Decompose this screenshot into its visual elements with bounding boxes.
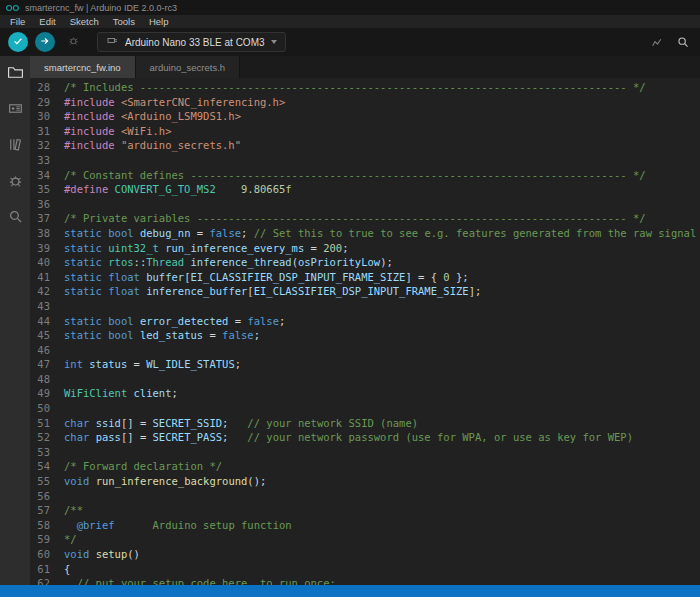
line-number: 51 — [34, 416, 50, 431]
code-text: /** — [64, 503, 83, 518]
menu-help[interactable]: Help — [142, 16, 176, 27]
code-line[interactable]: 53 — [34, 445, 700, 460]
code-text: /* Forward declaration */ — [64, 459, 222, 474]
tab-arduino-secrets-h[interactable]: arduino_secrets.h — [136, 56, 241, 78]
line-number: 61 — [34, 562, 50, 577]
sidebar-item-boards-manager[interactable] — [6, 101, 24, 119]
line-number: 43 — [34, 299, 50, 314]
code-line[interactable]: 38static bool debug_nn = false; // Set t… — [34, 226, 700, 241]
line-number: 49 — [34, 386, 50, 401]
tab-smartercnc-fw-ino[interactable]: smartercnc_fw.ino — [30, 56, 136, 78]
line-number: 58 — [34, 518, 50, 533]
code-line[interactable]: 37/* Private variables -----------------… — [34, 211, 700, 226]
code-text: static bool led_status = false; — [64, 328, 260, 343]
code-line[interactable]: 42static float inference_buffer[EI_CLASS… — [34, 284, 700, 299]
sidebar-item-library-manager[interactable] — [6, 137, 24, 155]
code-line[interactable]: 36 — [34, 197, 700, 212]
code-line[interactable]: 56 — [34, 489, 700, 504]
serial-plotter-icon[interactable] — [651, 36, 664, 49]
code-text: static rtos::Thread inference_thread(osP… — [64, 255, 393, 270]
code-text: WiFiClient client; — [64, 386, 178, 401]
code-text: static float buffer[EI_CLASSIFIER_DSP_IN… — [64, 270, 469, 285]
line-number: 47 — [34, 357, 50, 372]
code-text: #include <SmarterCNC_inferencing.h> — [64, 95, 285, 110]
line-number: 40 — [34, 255, 50, 270]
code-line[interactable]: 31#include <WiFi.h> — [34, 124, 700, 139]
code-line[interactable]: 45static bool led_status = false; — [34, 328, 700, 343]
menu-bar: FileEditSketchToolsHelp — [0, 15, 700, 28]
code-line[interactable]: 60void setup() — [34, 547, 700, 562]
code-line[interactable]: 39static uint32_t run_inference_every_ms… — [34, 241, 700, 256]
board-selector[interactable]: Arduino Nano 33 BLE at COM3 — [97, 32, 286, 52]
code-line[interactable]: 44static bool error_detected = false; — [34, 314, 700, 329]
code-line[interactable]: 30#include <Arduino_LSM9DS1.h> — [34, 109, 700, 124]
code-text: #include "arduino_secrets.h" — [64, 138, 241, 153]
code-line[interactable]: 59*/ — [34, 532, 700, 547]
code-line[interactable]: 49WiFiClient client; — [34, 386, 700, 401]
sidebar-item-search[interactable] — [6, 209, 24, 227]
code-text: static bool error_detected = false; — [64, 314, 285, 329]
code-text: static bool debug_nn = false; // Set thi… — [64, 226, 696, 241]
code-line[interactable]: 58 @brief Arduino setup function — [34, 518, 700, 533]
debug-button[interactable] — [64, 33, 82, 51]
line-number: 30 — [34, 109, 50, 124]
books-icon — [7, 136, 24, 157]
line-number: 44 — [34, 314, 50, 329]
code-line[interactable]: 50 — [34, 401, 700, 416]
verify-button[interactable] — [8, 32, 28, 52]
code-line[interactable]: 33 — [34, 153, 700, 168]
code-line[interactable]: 34/* Constant defines ------------------… — [34, 168, 700, 183]
code-text: static uint32_t run_inference_every_ms =… — [64, 241, 349, 256]
code-line[interactable]: 62 // put your setup code here, to run o… — [34, 576, 700, 585]
code-line[interactable]: 40static rtos::Thread inference_thread(o… — [34, 255, 700, 270]
editor-area: smartercnc_fw.ino arduino_secrets.h 28/*… — [30, 56, 700, 585]
code-line[interactable]: 46 — [34, 343, 700, 358]
code-text: int status = WL_IDLE_STATUS; — [64, 357, 241, 372]
menu-tools[interactable]: Tools — [106, 16, 142, 27]
code-line[interactable]: 55void run_inference_background(); — [34, 474, 700, 489]
line-number: 39 — [34, 241, 50, 256]
code-line[interactable]: 29#include <SmarterCNC_inferencing.h> — [34, 95, 700, 110]
menu-file[interactable]: File — [3, 16, 32, 27]
sidebar-item-sketchbook[interactable] — [6, 65, 24, 83]
right-arrow-icon — [39, 35, 51, 50]
code-line[interactable]: 52char pass[] = SECRET_PASS; // your net… — [34, 430, 700, 445]
menu-sketch[interactable]: Sketch — [63, 16, 106, 27]
tab-label: arduino_secrets.h — [150, 62, 226, 73]
code-line[interactable]: 35#define CONVERT_G_TO_MS2 9.80665f — [34, 182, 700, 197]
code-line[interactable]: 43 — [34, 299, 700, 314]
code-editor[interactable]: 28/* Includes --------------------------… — [30, 78, 700, 585]
menu-edit[interactable]: Edit — [32, 16, 62, 27]
line-number: 52 — [34, 430, 50, 445]
tab-bar: smartercnc_fw.ino arduino_secrets.h — [30, 56, 700, 78]
code-line[interactable]: 28/* Includes --------------------------… — [34, 80, 700, 95]
code-text: */ — [64, 532, 77, 547]
line-number: 45 — [34, 328, 50, 343]
code-text: { — [64, 562, 70, 577]
line-number: 29 — [34, 95, 50, 110]
serial-monitor-icon[interactable] — [676, 35, 690, 49]
upload-button[interactable] — [35, 32, 55, 52]
code-line[interactable]: 48 — [34, 372, 700, 387]
code-line[interactable]: 32#include "arduino_secrets.h" — [34, 138, 700, 153]
code-line[interactable]: 51char ssid[] = SECRET_SSID; // your net… — [34, 416, 700, 431]
code-line[interactable]: 47int status = WL_IDLE_STATUS; — [34, 357, 700, 372]
line-number: 53 — [34, 445, 50, 460]
toolbar: Arduino Nano 33 BLE at COM3 — [0, 28, 700, 56]
checkmark-icon — [12, 35, 24, 50]
magnifier-icon — [7, 208, 24, 229]
code-text: void setup() — [64, 547, 140, 562]
line-number: 54 — [34, 459, 50, 474]
arduino-logo-icon — [5, 4, 20, 12]
toolbar-right-group — [651, 35, 692, 49]
line-number: 57 — [34, 503, 50, 518]
code-line[interactable]: 41static float buffer[EI_CLASSIFIER_DSP_… — [34, 270, 700, 285]
code-text: char pass[] = SECRET_PASS; // your netwo… — [64, 430, 633, 445]
code-line[interactable]: 61{ — [34, 562, 700, 577]
line-number: 56 — [34, 489, 50, 504]
code-text: void run_inference_background(); — [64, 474, 266, 489]
sidebar-item-debugger[interactable] — [6, 173, 24, 191]
line-number: 42 — [34, 284, 50, 299]
code-line[interactable]: 57/** — [34, 503, 700, 518]
code-line[interactable]: 54/* Forward declaration */ — [34, 459, 700, 474]
